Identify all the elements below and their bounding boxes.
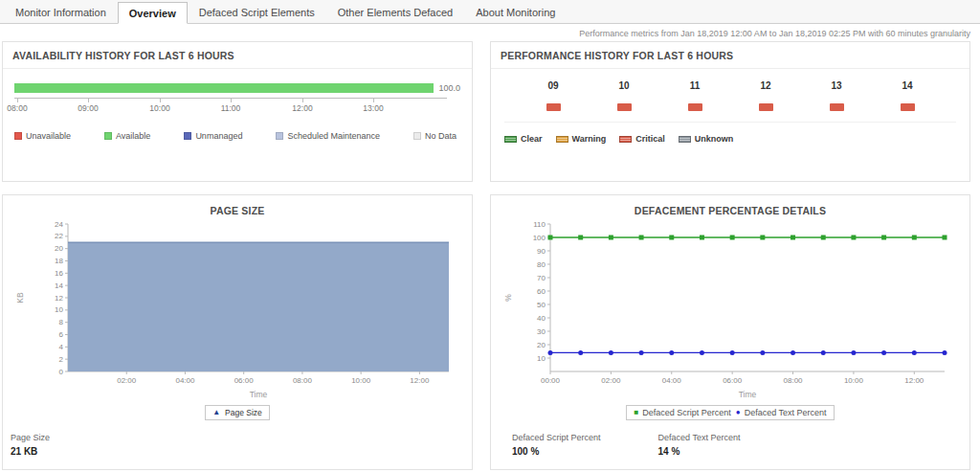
hour-label: 10 [589,80,659,91]
defacement-summary: Defaced Script Percent 100 % Defaced Tex… [491,420,969,457]
tab-overview[interactable]: Overview [118,2,188,24]
legend-label: Warning [572,134,607,144]
axis-tick-label: 12:00 [292,103,312,113]
defacement-percentage-panel: DEFACEMENT PERCENTAGE DETAILS 1020304050… [490,194,970,470]
performance-status-cell[interactable] [617,103,632,111]
legend-item-no-data: No Data [413,131,457,141]
legend-label: Page Size [225,408,262,417]
summary-value: 21 KB [11,446,50,457]
legend-label: Unmanaged [195,131,242,141]
svg-text:06:00: 06:00 [723,376,743,385]
hour-label: 13 [801,80,872,91]
summary-label: Defaced Text Percent [658,433,741,442]
tab-bar: Monitor Information Overview Defaced Scr… [0,0,980,24]
page-size-marker-icon: ▲ [212,409,220,416]
metrics-period-note: Performance metrics from Jan 18,2019 12:… [0,24,980,41]
svg-text:80: 80 [537,260,546,269]
svg-text:Time: Time [739,390,757,399]
hour-label: 11 [659,80,730,91]
svg-text:50: 50 [537,301,546,309]
svg-text:%: % [503,294,513,302]
legend-item-unknown: Unknown [679,134,734,144]
legend-item-defaced-text[interactable]: ● Defaced Text Percent [736,408,827,417]
availability-time-axis: 08:00 09:00 10:00 11:00 12:00 13:00 [14,98,447,117]
tab-monitor-information[interactable]: Monitor Information [4,1,118,23]
performance-legend: Clear Warning Critical Unknown [491,123,969,144]
svg-text:02:00: 02:00 [601,376,621,385]
scheduled-maintenance-swatch-icon [276,132,283,140]
svg-text:4: 4 [59,343,64,351]
tab-other-elements-defaced[interactable]: Other Elements Defaced [326,1,464,23]
svg-text:0: 0 [59,368,64,376]
page-size-legend[interactable]: ▲ Page Size [205,405,270,420]
svg-text:100: 100 [533,234,546,242]
svg-text:06:00: 06:00 [234,376,255,385]
dashboard-grid: AVAILABILITY HISTORY FOR LAST 6 HOURS 10… [0,41,980,470]
svg-text:30: 30 [537,327,546,336]
svg-text:22: 22 [55,232,63,240]
legend-label: Defaced Script Percent [642,408,731,417]
performance-panel-title: PERFORMANCE HISTORY FOR LAST 6 HOURS [491,42,969,69]
svg-text:40: 40 [537,314,546,323]
svg-text:00:00: 00:00 [541,376,561,385]
performance-status-cell[interactable] [901,103,915,111]
hour-label: 12 [730,80,801,91]
defacement-chart-title: DEFACEMENT PERCENTAGE DETAILS [491,205,969,216]
performance-status-cell[interactable] [759,103,773,111]
available-swatch-icon [104,132,112,140]
svg-text:110: 110 [533,220,546,229]
page-size-chart-title: PAGE SIZE [3,205,472,216]
svg-text:12: 12 [55,294,63,303]
unavailable-swatch-icon [14,132,22,140]
svg-text:10: 10 [537,354,546,363]
svg-text:08:00: 08:00 [293,376,313,385]
performance-column: 10 [589,80,659,111]
availability-value: 100.0 [438,83,460,93]
legend-item-available: Available [104,131,150,141]
performance-column: 13 [801,80,872,111]
performance-history-panel: PERFORMANCE HISTORY FOR LAST 6 HOURS 09 … [490,41,970,182]
svg-text:24: 24 [55,220,63,229]
defacement-legend: ■ Defaced Script Percent ● Defaced Text … [626,405,834,420]
availability-legend: Unavailable Available Unmanaged Schedule… [14,131,457,141]
performance-column: 09 [518,80,589,111]
legend-label: Available [116,131,150,141]
legend-item-unavailable: Unavailable [14,131,71,141]
warning-swatch-icon [556,136,568,143]
axis-tick-label: 13:00 [363,103,383,113]
tab-defaced-script-elements[interactable]: Defaced Script Elements [188,1,326,23]
tab-about-monitoring[interactable]: About Monitoring [464,1,567,23]
legend-item-unmanaged: Unmanaged [184,131,242,141]
defaced-script-marker-icon: ■ [634,409,638,416]
legend-label: No Data [425,131,457,141]
page-size-summary: Page Size 21 KB [3,420,472,457]
performance-status-cell[interactable] [688,103,702,111]
svg-text:2: 2 [59,355,64,364]
axis-tick-label: 11:00 [221,103,241,113]
legend-label: Clear [521,134,543,144]
clear-swatch-icon [504,136,517,143]
performance-status-cell[interactable] [546,103,561,111]
svg-text:20: 20 [537,341,546,349]
svg-text:10: 10 [55,305,63,314]
summary-label: Defaced Script Percent [512,433,601,442]
critical-swatch-icon [619,136,632,143]
performance-column: 14 [872,80,943,111]
legend-item-defaced-script[interactable]: ■ Defaced Script Percent [634,408,730,417]
svg-text:90: 90 [537,247,546,256]
performance-column: 12 [730,80,801,111]
svg-text:20: 20 [55,244,63,253]
svg-text:10:00: 10:00 [351,376,371,385]
legend-label: Scheduled Maintenance [287,131,380,141]
axis-tick-label: 10:00 [149,103,169,113]
svg-text:70: 70 [537,274,546,282]
svg-text:12:00: 12:00 [904,376,924,385]
hour-label: 09 [518,80,589,91]
hour-label: 14 [872,80,943,91]
svg-text:04:00: 04:00 [662,376,682,385]
availability-timeline-bar[interactable] [14,83,434,93]
performance-hour-table: 09 10 11 12 13 14 [491,69,969,111]
performance-status-cell[interactable] [830,103,844,111]
page-size-panel: PAGE SIZE 02468101214161820222402:0004:0… [2,194,473,470]
summary-value: 100 % [512,446,601,457]
